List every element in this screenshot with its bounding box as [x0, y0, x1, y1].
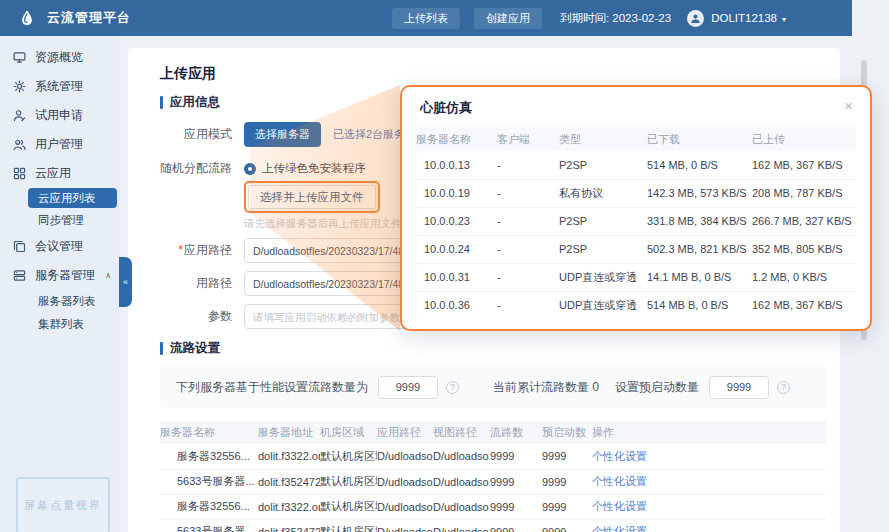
table-row: 10.0.0.24 - P2SP 502.3 MB, 821 KB/S 352 … — [416, 235, 856, 263]
cell-server-name: 服务器32556... — [160, 444, 258, 469]
view-path-label: 用路径 — [160, 275, 232, 292]
prestart-text: 设置预启动数量 — [615, 379, 699, 396]
sidebar-item-trial-application[interactable]: 试用申请 — [0, 101, 120, 130]
section-stream-settings: 流路设置 — [160, 340, 826, 357]
stream-mode-label: 随机分配流路 — [160, 160, 232, 177]
cell-server-address: dolit.f352472... — [258, 519, 320, 532]
sidebar-item-server-list[interactable]: 服务器列表 — [0, 290, 120, 313]
cell-type: UDP直连或穿透 — [559, 263, 647, 291]
cell-region: 默认机房区域 — [320, 494, 377, 519]
cell-server-name: 5633号服务器... — [160, 519, 258, 532]
cell-client: - — [497, 207, 559, 235]
sidebar-item-label: 云应用列表 — [38, 191, 96, 206]
radio-green-install[interactable]: 上传绿色免安装程序 — [244, 161, 366, 176]
cell-uploaded: 1.2 MB, 0 KB/S — [752, 263, 856, 291]
sidebar-item-label: 用户管理 — [35, 136, 83, 153]
app-mode-label: 应用模式 — [160, 126, 232, 143]
server-table-header-row: 服务器名称服务器地址机房区域应用路径视图路径流路数预启动数操作 — [160, 421, 826, 444]
cell-streams: 9999 — [490, 469, 542, 494]
column-header: 客户端 — [497, 127, 559, 151]
tutorial-highlight-frame: 选择并上传应用文件 — [244, 181, 380, 213]
cell-client: - — [497, 291, 559, 319]
cell-type: UDP直连或穿透 — [559, 291, 647, 319]
cell-server-name: 10.0.0.23 — [416, 207, 497, 235]
select-server-button[interactable]: 选择服务器 — [244, 122, 321, 147]
cell-uploaded: 352 MB, 805 KB/S — [752, 235, 856, 263]
top-header-bar: 云流管理平台 上传列表 创建应用 到期时间: 2023-02-23 DOLIT1… — [0, 0, 852, 36]
cell-region: 默认机房区域 — [320, 469, 377, 494]
params-label: 参数 — [160, 308, 232, 325]
cell-server-name: 10.0.0.36 — [416, 291, 497, 319]
brand-drop-icon — [16, 7, 38, 29]
cell-type: P2SP — [559, 235, 647, 263]
help-icon[interactable]: ? — [777, 381, 790, 394]
table-row: 10.0.0.19 - 私有协议 142.3 MB, 573 KB/S 208 … — [416, 179, 856, 207]
prestart-input[interactable] — [709, 376, 769, 399]
required-asterisk: * — [178, 243, 183, 257]
personalize-settings-link[interactable]: 个性化设置 — [592, 450, 647, 462]
sidebar-collapse-button[interactable]: « — [119, 257, 132, 307]
copy-icon — [13, 240, 26, 253]
sidebar-item-cluster-list[interactable]: 集群列表 — [0, 313, 120, 336]
cell-server-name: 10.0.0.13 — [416, 151, 497, 179]
cell-streams: 9999 — [490, 519, 542, 532]
column-header: 操作 — [592, 421, 826, 444]
help-icon[interactable]: ? — [446, 381, 459, 394]
radio-checked-icon — [244, 163, 256, 175]
table-row: 服务器32556... dolit.f3322.org 默认机房区域 D/udl… — [160, 444, 826, 469]
sidebar-item-meeting-management[interactable]: 会议管理 — [0, 232, 120, 261]
close-icon[interactable]: × — [841, 99, 856, 113]
username-text[interactable]: DOLIT12138 — [711, 12, 777, 24]
cell-region: 默认机房区域 — [320, 444, 377, 469]
sidebar-item-label: 同步管理 — [38, 213, 84, 228]
sidebar-item-resource-overview[interactable]: 资源概览 — [0, 43, 120, 72]
upload-list-button[interactable]: 上传列表 — [392, 8, 460, 29]
cell-downloaded: 514 MB B, 0 B/S — [647, 291, 752, 319]
cell-uploaded: 162 MB, 367 KB/S — [752, 291, 856, 319]
dialog-header: 心脏仿真 × — [420, 99, 856, 117]
user-menu-caret-icon[interactable]: ▾ — [782, 15, 786, 24]
sidebar-item-label: 系统管理 — [35, 78, 83, 95]
monitor-icon — [13, 51, 26, 64]
cell-type: 私有协议 — [559, 179, 647, 207]
personalize-settings-link[interactable]: 个性化设置 — [592, 475, 647, 487]
table-row: 10.0.0.36 - UDP直连或穿透 514 MB B, 0 B/S 162… — [416, 291, 856, 319]
user-apply-icon — [13, 109, 26, 122]
column-header: 视图路径 — [433, 421, 490, 444]
heart-simulation-dialog: 心脏仿真 × 服务器名称客户端类型已下载已上传 10.0.0.13 - P2SP — [400, 85, 872, 331]
table-row: 10.0.0.13 - P2SP 514 MB, 0 B/S 162 MB, 3… — [416, 151, 856, 179]
column-header: 服务器名称 — [416, 127, 497, 151]
section-marker — [160, 96, 163, 109]
app-root: 云流管理平台 上传列表 创建应用 到期时间: 2023-02-23 DOLIT1… — [0, 0, 889, 532]
sidebar-item-label: 资源概览 — [35, 49, 83, 66]
cell-region: 默认机房区域 — [320, 519, 377, 532]
table-row: 5633号服务器... dolit.f352472... 默认机房区域 D/ud… — [160, 469, 826, 494]
cell-prestart: 9999 — [542, 519, 592, 532]
column-header: 已上传 — [752, 127, 856, 151]
select-upload-file-button[interactable]: 选择并上传应用文件 — [248, 185, 376, 209]
personalize-settings-link[interactable]: 个性化设置 — [592, 500, 647, 512]
column-header: 流路数 — [490, 421, 542, 444]
cell-view-path: D/udloadso... — [433, 469, 490, 494]
cell-client: - — [497, 151, 559, 179]
cell-client: - — [497, 179, 559, 207]
user-avatar[interactable] — [687, 10, 704, 27]
column-header: 服务器名称 — [160, 421, 258, 444]
sidebar-item-system-management[interactable]: 系统管理 — [0, 72, 120, 101]
sidebar-item-cloud-app-list[interactable]: 云应用列表 — [28, 188, 117, 208]
personalize-settings-link[interactable]: 个性化设置 — [592, 525, 647, 532]
sidebar-item-sync-management[interactable]: 同步管理 — [0, 209, 120, 232]
sidebar-item-cloud-app[interactable]: 云应用 — [0, 159, 120, 188]
cell-downloaded: 502.3 MB, 821 KB/S — [647, 235, 752, 263]
cell-type: P2SP — [559, 151, 647, 179]
column-header: 已下载 — [647, 127, 752, 151]
users-icon — [13, 138, 26, 151]
create-app-button[interactable]: 创建应用 — [474, 8, 542, 29]
sidebar-item-user-management[interactable]: 用户管理 — [0, 130, 120, 159]
section-marker — [160, 342, 163, 355]
stream-limit-input[interactable] — [378, 376, 438, 399]
chevron-up-icon[interactable]: ∧ — [105, 271, 111, 280]
dialog-title: 心脏仿真 — [420, 99, 472, 117]
sidebar-item-server-management[interactable]: 服务器管理 ∧ — [0, 261, 120, 290]
cell-client: - — [497, 235, 559, 263]
